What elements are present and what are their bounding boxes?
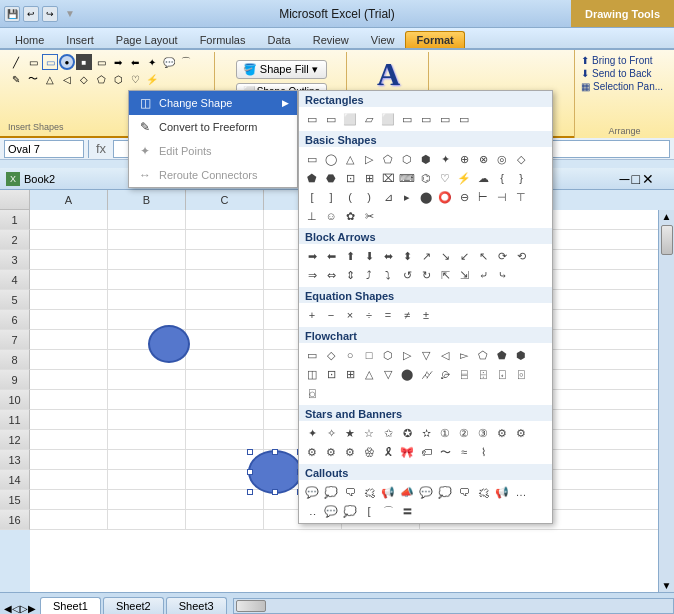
- shape-arrow-left[interactable]: ⬅: [127, 54, 143, 70]
- shape-fill-button[interactable]: 🪣 Shape Fill ▾: [236, 60, 327, 79]
- selection-icon: ▦: [581, 81, 590, 92]
- shape-rect[interactable]: ▭: [25, 54, 41, 70]
- tab-home[interactable]: Home: [4, 31, 55, 48]
- bs-1[interactable]: ▭: [303, 150, 321, 160]
- change-shape-icon: ◫: [137, 95, 153, 111]
- shape-tri[interactable]: △: [42, 71, 58, 87]
- shape-dark-rect[interactable]: ■: [76, 54, 92, 70]
- shape-arrow-right[interactable]: ➡: [110, 54, 126, 70]
- shape-curve[interactable]: ⌒: [178, 54, 194, 70]
- tab-review[interactable]: Review: [302, 31, 360, 48]
- bs-12[interactable]: ◇: [512, 150, 530, 160]
- rect-2[interactable]: ▭: [322, 110, 340, 128]
- rect-9[interactable]: ▭: [455, 110, 473, 128]
- ctx-convert-freeform[interactable]: ✎ Convert to Freeform: [129, 115, 297, 139]
- shape-scribble[interactable]: 〜: [25, 71, 41, 87]
- rect-4[interactable]: ▱: [360, 110, 378, 128]
- section-rectangles: Rectangles: [299, 91, 552, 107]
- convert-freeform-icon: ✎: [137, 119, 153, 135]
- title-bar: 💾 ↩ ↪ ▼ Microsoft Excel (Trial) Drawing …: [0, 0, 674, 28]
- shape-callout[interactable]: 💬: [161, 54, 177, 70]
- tab-page-layout[interactable]: Page Layout: [105, 31, 189, 48]
- formula-divider: [88, 140, 89, 158]
- bs-7[interactable]: ⬢: [417, 150, 435, 160]
- insert-shapes-label: Insert Shapes: [8, 120, 64, 132]
- bs-11[interactable]: ◎: [493, 150, 511, 160]
- ctx-change-shape[interactable]: ◫ Change Shape ▶: [129, 91, 297, 115]
- arrange-group: ⬆ Bring to Front ⬇ Send to Back ▦ Select…: [574, 50, 674, 138]
- ctx-edit-points: ✦ Edit Points: [129, 139, 297, 160]
- shape-rtri[interactable]: ◁: [59, 71, 75, 87]
- shape-pent[interactable]: ⬠: [93, 71, 109, 87]
- selection-pane-button[interactable]: ▦ Selection Pan...: [579, 80, 670, 93]
- tab-format[interactable]: Format: [405, 31, 464, 48]
- tab-view[interactable]: View: [360, 31, 406, 48]
- shapes-palette[interactable]: ╱ ▭ ▭ ● ■ ▭ ➡ ⬅ ✦ 💬 ⌒ ✎ 〜 △ ◁ ◇ ⬠ ⬡ ♡ ⚡: [8, 54, 208, 87]
- rect-1[interactable]: ▭: [303, 110, 321, 128]
- bring-front-icon: ⬆: [581, 55, 589, 66]
- drawing-tools-label: Drawing Tools: [571, 0, 674, 27]
- name-box[interactable]: [4, 140, 84, 158]
- undo-btn[interactable]: ↩: [23, 6, 39, 22]
- bs-3[interactable]: △: [341, 150, 359, 160]
- shape-heart[interactable]: ♡: [127, 71, 143, 87]
- bring-to-front-button[interactable]: ⬆ Bring to Front: [579, 54, 670, 67]
- tab-formulas[interactable]: Formulas: [189, 31, 257, 48]
- shape-submenu: Rectangles ▭ ▭ ⬜ ▱ ⬜ ▭ ▭ ▭ ▭ Basic Shape…: [298, 90, 553, 160]
- bs-10[interactable]: ⊗: [474, 150, 492, 160]
- rect-5[interactable]: ⬜: [379, 110, 397, 128]
- bs-6[interactable]: ⬡: [398, 150, 416, 160]
- app-title: Microsoft Excel (Trial): [279, 7, 395, 21]
- tab-insert[interactable]: Insert: [55, 31, 105, 48]
- save-btn[interactable]: 💾: [4, 6, 20, 22]
- shape-fill-label: Shape Fill ▾: [260, 63, 318, 76]
- section-basic: Basic Shapes: [299, 131, 552, 147]
- send-back-icon: ⬇: [581, 68, 589, 79]
- bs-4[interactable]: ▷: [360, 150, 378, 160]
- basic-shapes: ▭ ◯ △ ▷ ⬠ ⬡ ⬢ ✦ ⊕ ⊗ ◎ ◇ ⬟ ⬣ ⊡ ⊞ ⌧ ⌨ ⌬ ♡ …: [299, 147, 552, 160]
- paint-bucket-icon: 🪣: [243, 63, 257, 76]
- shape-round-rect[interactable]: ▭: [42, 54, 58, 70]
- shape-oval[interactable]: ●: [59, 54, 75, 70]
- shape-line[interactable]: ╱: [8, 54, 24, 70]
- rect-7[interactable]: ▭: [417, 110, 435, 128]
- bs-9[interactable]: ⊕: [455, 150, 473, 160]
- shape-diamond[interactable]: ◇: [76, 71, 92, 87]
- redo-btn[interactable]: ↪: [42, 6, 58, 22]
- bs-5[interactable]: ⬠: [379, 150, 397, 160]
- rect-6[interactable]: ▭: [398, 110, 416, 128]
- shape-lightning[interactable]: ⚡: [144, 71, 160, 87]
- ribbon-tabs: Home Insert Page Layout Formulas Data Re…: [0, 28, 674, 50]
- rect-8[interactable]: ▭: [436, 110, 454, 128]
- shape-hex[interactable]: ⬡: [110, 71, 126, 87]
- fx-label: fx: [93, 141, 109, 156]
- tab-data[interactable]: Data: [256, 31, 301, 48]
- shape-rect2[interactable]: ▭: [93, 54, 109, 70]
- bs-2[interactable]: ◯: [322, 150, 340, 160]
- arrange-label: Arrange: [579, 126, 670, 136]
- edit-points-icon: ✦: [137, 143, 153, 159]
- context-menu: ◫ Change Shape ▶ ✎ Convert to Freeform ✦…: [128, 90, 298, 160]
- rectangles-shapes: ▭ ▭ ⬜ ▱ ⬜ ▭ ▭ ▭ ▭: [299, 107, 552, 131]
- send-to-back-button[interactable]: ⬇ Send to Back: [579, 67, 670, 80]
- shape-star4[interactable]: ✦: [144, 54, 160, 70]
- bs-8[interactable]: ✦: [436, 150, 454, 160]
- shape-freeform[interactable]: ✎: [8, 71, 24, 87]
- change-shape-arrow: ▶: [282, 98, 289, 108]
- rect-3[interactable]: ⬜: [341, 110, 359, 128]
- quick-access-toolbar[interactable]: 💾 ↩ ↪ ▼: [4, 6, 75, 22]
